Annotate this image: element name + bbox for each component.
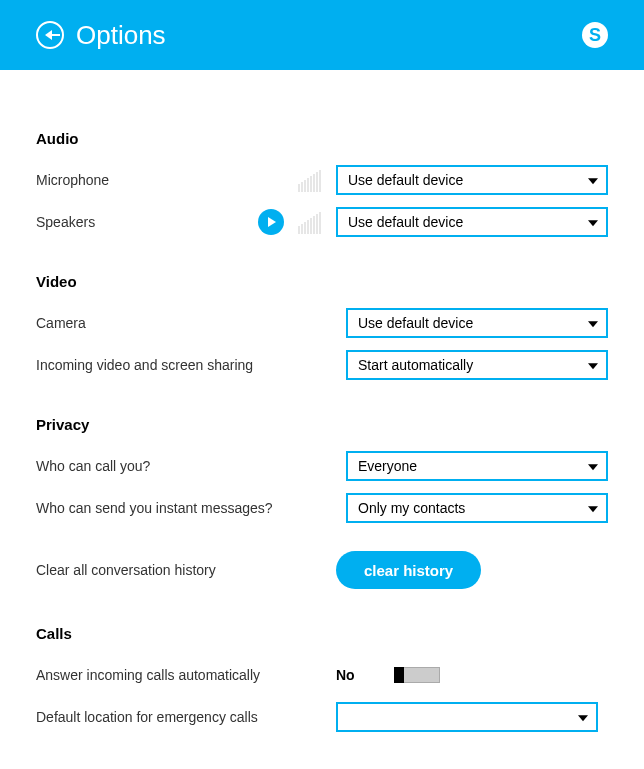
row-microphone: Microphone Use default device bbox=[36, 165, 608, 195]
emergency-select-container bbox=[336, 702, 608, 732]
row-who-can-im: Who can send you instant messages? Only … bbox=[36, 493, 608, 523]
who-can-im-label: Who can send you instant messages? bbox=[36, 500, 336, 516]
page-title: Options bbox=[76, 20, 166, 51]
microphone-level-icon bbox=[292, 168, 326, 192]
section-title-calls: Calls bbox=[36, 625, 608, 642]
skype-logo-icon bbox=[582, 22, 608, 48]
microphone-level-wrap bbox=[226, 168, 336, 192]
section-title-privacy: Privacy bbox=[36, 416, 608, 433]
emergency-location-select[interactable] bbox=[336, 702, 598, 732]
row-incoming-video: Incoming video and screen sharing Start … bbox=[36, 350, 608, 380]
emergency-location-label: Default location for emergency calls bbox=[36, 709, 336, 725]
who-can-im-select-wrap: Only my contacts bbox=[346, 493, 608, 523]
header-bar: Options bbox=[0, 0, 644, 70]
auto-answer-toggle[interactable] bbox=[394, 667, 440, 683]
speakers-select[interactable]: Use default device bbox=[336, 207, 608, 237]
microphone-select-wrap: Use default device bbox=[336, 165, 608, 195]
clear-history-label: Clear all conversation history bbox=[36, 562, 336, 578]
row-emergency-location: Default location for emergency calls bbox=[36, 702, 608, 732]
row-speakers: Speakers Use default device bbox=[36, 207, 608, 237]
microphone-label: Microphone bbox=[36, 172, 226, 188]
back-button[interactable] bbox=[36, 21, 64, 49]
play-icon bbox=[268, 217, 276, 227]
camera-select-wrap: Use default device bbox=[346, 308, 608, 338]
who-can-im-select[interactable]: Only my contacts bbox=[346, 493, 608, 523]
speakers-select-wrap: Use default device bbox=[336, 207, 608, 237]
incoming-video-select[interactable]: Start automatically bbox=[346, 350, 608, 380]
row-camera: Camera Use default device bbox=[36, 308, 608, 338]
emergency-select-wrap bbox=[336, 702, 598, 732]
who-can-call-label: Who can call you? bbox=[36, 458, 336, 474]
who-can-call-select-wrap: Everyone bbox=[346, 451, 608, 481]
speakers-label: Speakers bbox=[36, 214, 226, 230]
auto-answer-control: No bbox=[336, 667, 608, 683]
speaker-level-icon bbox=[292, 210, 326, 234]
row-who-can-call: Who can call you? Everyone bbox=[36, 451, 608, 481]
clear-history-button[interactable]: clear history bbox=[336, 551, 481, 589]
incoming-video-select-wrap: Start automatically bbox=[346, 350, 608, 380]
microphone-select[interactable]: Use default device bbox=[336, 165, 608, 195]
header-left: Options bbox=[36, 20, 166, 51]
camera-label: Camera bbox=[36, 315, 336, 331]
speakers-controls bbox=[226, 209, 336, 235]
section-title-video: Video bbox=[36, 273, 608, 290]
auto-answer-label: Answer incoming calls automatically bbox=[36, 667, 336, 683]
camera-select[interactable]: Use default device bbox=[346, 308, 608, 338]
back-arrow-icon bbox=[45, 30, 52, 40]
auto-answer-value: No bbox=[336, 667, 366, 683]
toggle-knob-icon bbox=[394, 667, 404, 683]
speaker-test-button[interactable] bbox=[258, 209, 284, 235]
section-title-audio: Audio bbox=[36, 130, 608, 147]
content-area: Audio Microphone Use default device Spea… bbox=[0, 70, 644, 732]
incoming-video-label: Incoming video and screen sharing bbox=[36, 357, 336, 373]
row-auto-answer: Answer incoming calls automatically No bbox=[36, 660, 608, 690]
who-can-call-select[interactable]: Everyone bbox=[346, 451, 608, 481]
row-clear-history: Clear all conversation history clear his… bbox=[36, 551, 608, 589]
